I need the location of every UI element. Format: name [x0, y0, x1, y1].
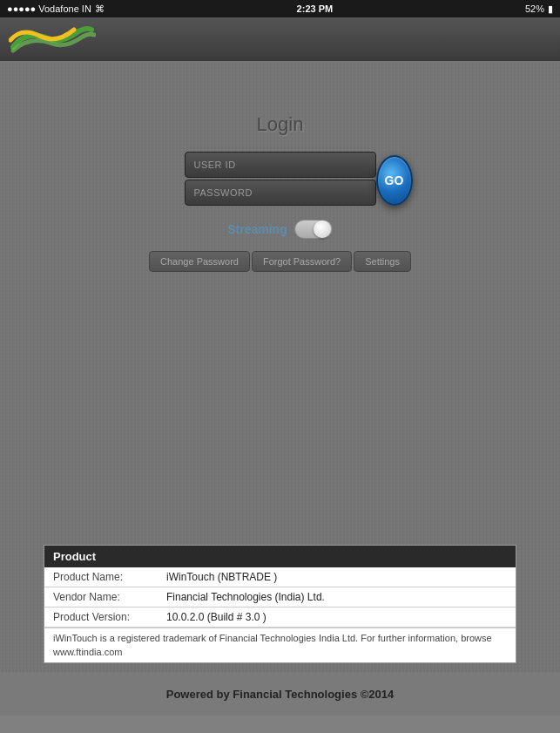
streaming-label: Streaming	[227, 222, 287, 236]
settings-button[interactable]: Settings	[354, 251, 411, 272]
status-time: 2:23 PM	[297, 3, 334, 14]
powered-by-text: Powered by Financial Technologies ©2014	[166, 688, 394, 701]
logo-container	[9, 23, 96, 56]
product-table: Product Product Name: iWinTouch (NBTRADE…	[44, 545, 516, 663]
input-container	[185, 152, 376, 206]
vendor-name-label: Vendor Name:	[44, 587, 158, 607]
product-version-value: 10.0.2.0 (Build # 3.0 )	[158, 607, 516, 627]
password-input[interactable]	[185, 180, 376, 206]
change-password-button[interactable]: Change Password	[149, 251, 250, 272]
product-version-label: Product Version:	[44, 607, 158, 627]
wifi-icon: ⌘	[95, 3, 105, 15]
battery-icon: ▮	[548, 3, 553, 15]
status-left: ●●●●● Vodafone IN ⌘	[7, 3, 105, 15]
user-id-input[interactable]	[185, 152, 376, 178]
status-bar: ●●●●● Vodafone IN ⌘ 2:23 PM 52% ▮	[0, 0, 560, 17]
go-button[interactable]: GO	[376, 155, 413, 206]
product-note: iWinTouch is a registered trademark of F…	[44, 628, 516, 662]
page-footer: Powered by Financial Technologies ©2014	[0, 672, 560, 716]
company-logo	[9, 23, 96, 56]
bottom-buttons: Change Password Forgot Password? Setting…	[149, 251, 411, 272]
table-row: Product Version: 10.0.2.0 (Build # 3.0 )	[44, 607, 516, 628]
toggle-knob	[314, 221, 331, 238]
product-name-label: Product Name:	[44, 567, 158, 587]
carrier-text: ●●●●● Vodafone IN	[7, 3, 91, 14]
main-content: Login GO Streaming Change Password Forgo…	[0, 61, 560, 716]
product-name-value: iWinTouch (NBTRADE )	[158, 567, 516, 587]
login-form: GO	[185, 152, 376, 213]
vendor-name-value: Financial Technologies (India) Ltd.	[158, 587, 516, 607]
login-section: Login GO Streaming Change Password Forgo…	[149, 113, 411, 272]
login-title: Login	[257, 113, 304, 136]
table-row: Product Name: iWinTouch (NBTRADE )	[44, 567, 516, 587]
status-right: 52% ▮	[525, 3, 553, 15]
forgot-password-button[interactable]: Forgot Password?	[252, 251, 352, 272]
product-table-header: Product	[44, 546, 516, 567]
battery-text: 52%	[525, 3, 544, 14]
streaming-toggle[interactable]	[294, 220, 333, 239]
table-row: Vendor Name: Financial Technologies (Ind…	[44, 587, 516, 607]
app-header	[0, 17, 560, 61]
streaming-container: Streaming	[227, 220, 332, 239]
